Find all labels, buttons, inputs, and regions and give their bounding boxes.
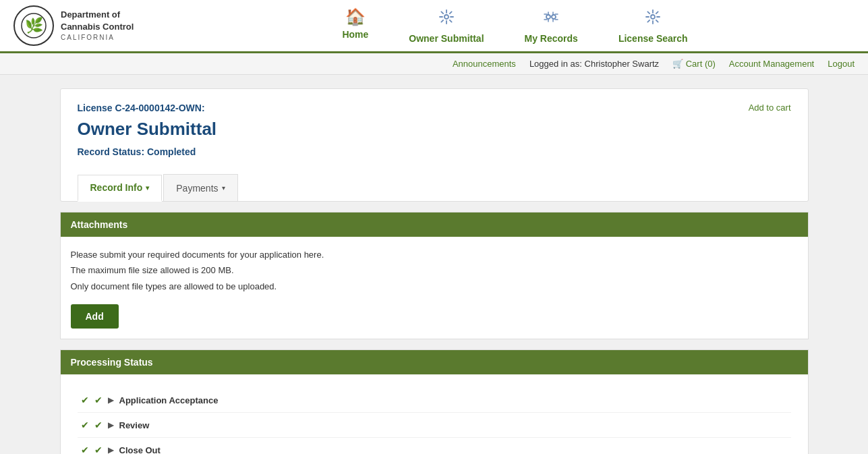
svg-point-2 <box>444 15 449 19</box>
status-item-label-1: Application Acceptance <box>119 395 219 405</box>
status-item-label-2: Review <box>119 420 150 430</box>
nav-license-search[interactable]: License Search <box>618 7 688 44</box>
logo-icon: 🌿 <box>13 5 54 46</box>
license-card: License C-24-0000142-OWN: Owner Submitta… <box>60 88 809 202</box>
attachments-line1: Please submit your required documents fo… <box>71 247 798 262</box>
my-records-icon <box>542 7 560 30</box>
add-attachment-button[interactable]: Add <box>71 304 119 329</box>
record-status-label: Record Status: <box>78 146 145 157</box>
attachments-line3: Only document file types are allowed to … <box>71 279 798 294</box>
announcements-link[interactable]: Announcements <box>453 59 516 69</box>
attachments-header: Attachments <box>61 212 808 237</box>
nav-owner-submittal[interactable]: Owner Submittal <box>409 7 484 44</box>
logo-line1: Department of <box>61 9 120 20</box>
record-status: Record Status: Completed <box>78 146 217 157</box>
main-nav: 🏠 Home Owner Submittal My Records <box>175 7 855 44</box>
check-icon-2b: ✔ <box>94 420 103 430</box>
svg-point-3 <box>546 15 550 19</box>
svg-text:🌿: 🌿 <box>25 16 44 34</box>
processing-status-body: ✔ ✔ ▶ Application Acceptance ✔ ✔ ▶ Revie… <box>61 374 808 454</box>
nav-license-search-label: License Search <box>618 33 688 44</box>
chevron-down-icon-payments: ▾ <box>222 184 225 192</box>
logo-line2: Cannabis Control <box>61 22 134 32</box>
nav-home[interactable]: 🏠 Home <box>342 7 368 44</box>
card-header-row: License C-24-0000142-OWN: Owner Submitta… <box>78 103 791 167</box>
account-management-link[interactable]: Account Management <box>729 59 814 69</box>
tab-record-info[interactable]: Record Info ▾ <box>78 175 163 202</box>
tab-record-info-label: Record Info <box>90 182 143 193</box>
arrow-icon-3: ▶ <box>108 445 114 454</box>
owner-submittal-icon <box>437 7 456 30</box>
list-item: ✔ ✔ ▶ Review <box>78 413 791 438</box>
nav-my-records-label: My Records <box>525 33 578 44</box>
attachments-body: Please submit your required documents fo… <box>61 237 808 339</box>
attachments-description: Please submit your required documents fo… <box>71 247 798 294</box>
svg-point-5 <box>651 15 655 19</box>
license-info: License C-24-0000142-OWN: Owner Submitta… <box>78 103 217 167</box>
license-search-icon <box>643 7 662 30</box>
add-to-cart-link[interactable]: Add to cart <box>749 103 791 113</box>
logo-area: 🌿 Department of Cannabis Control CALIFOR… <box>13 5 135 46</box>
logged-in-user: Logged in as: Christopher Swartz <box>529 59 659 69</box>
top-nav: 🌿 Department of Cannabis Control CALIFOR… <box>0 0 868 53</box>
secondary-nav: Announcements Logged in as: Christopher … <box>0 53 868 75</box>
nav-home-label: Home <box>342 29 368 40</box>
tab-payments[interactable]: Payments ▾ <box>163 174 237 201</box>
check-icon-3b: ✔ <box>94 445 103 454</box>
chevron-down-icon: ▾ <box>146 184 149 192</box>
tabs: Record Info ▾ Payments ▾ <box>78 174 791 201</box>
tab-payments-label: Payments <box>176 183 218 194</box>
arrow-icon-1: ▶ <box>108 395 114 405</box>
status-item-label-3: Close Out <box>119 445 161 454</box>
cart-link[interactable]: 🛒 Cart (0) <box>672 59 716 69</box>
check-icon-1b: ✔ <box>94 395 103 405</box>
main-content: License C-24-0000142-OWN: Owner Submitta… <box>47 88 822 454</box>
processing-status-section: Processing Status ✔ ✔ ▶ Application Acce… <box>60 349 809 454</box>
attachments-line2: The maximum file size allowed is 200 MB. <box>71 262 798 278</box>
record-title: Owner Submittal <box>78 119 217 140</box>
check-icon-1: ✔ <box>81 395 89 405</box>
attachments-section: Attachments Please submit your required … <box>60 212 809 339</box>
logo-line3: CALIFORNIA <box>61 33 134 42</box>
list-item: ✔ ✔ ▶ Close Out <box>78 438 791 454</box>
cannabis-logo-svg: 🌿 <box>21 13 47 38</box>
record-status-value: Completed <box>147 146 196 157</box>
license-number: License C-24-0000142-OWN: <box>78 103 217 113</box>
svg-point-4 <box>552 15 556 19</box>
nav-my-records[interactable]: My Records <box>525 7 578 44</box>
logo-text: Department of Cannabis Control CALIFORNI… <box>61 9 134 42</box>
list-item: ✔ ✔ ▶ Application Acceptance <box>78 388 791 413</box>
check-icon-3: ✔ <box>81 445 89 454</box>
check-icon-2: ✔ <box>81 420 89 430</box>
processing-status-header: Processing Status <box>61 350 808 374</box>
home-icon: 🏠 <box>345 7 366 26</box>
arrow-icon-2: ▶ <box>108 420 114 430</box>
logout-link[interactable]: Logout <box>828 59 855 69</box>
nav-owner-submittal-label: Owner Submittal <box>409 33 484 44</box>
processing-status-list: ✔ ✔ ▶ Application Acceptance ✔ ✔ ▶ Revie… <box>71 385 798 454</box>
